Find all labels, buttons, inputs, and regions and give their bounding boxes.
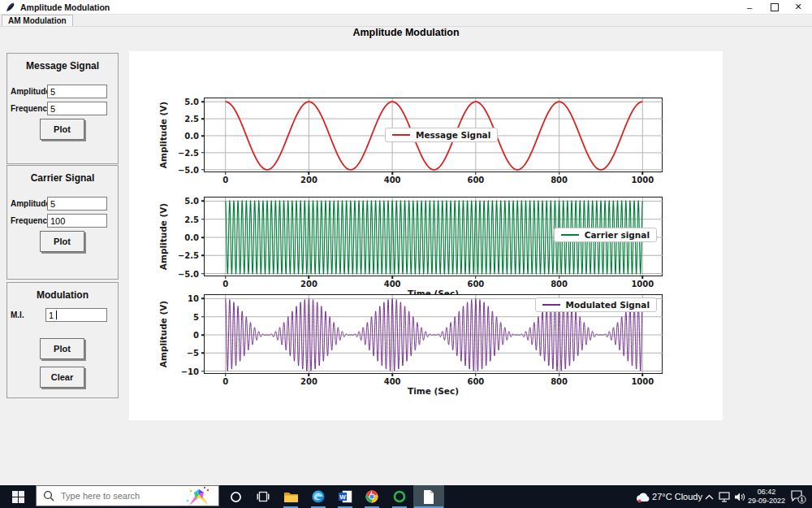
message-plot-button[interactable]: Plot (40, 119, 84, 140)
start-button[interactable] (0, 485, 36, 508)
x-tick-mark (391, 373, 393, 376)
x-tick-label: 200 (300, 377, 317, 386)
mi-label: M.I. (11, 310, 24, 319)
y-tick-label: −5.0 (178, 269, 199, 278)
plot-carrier: 5.02.50.0−2.5−5.002004006008001000Amplit… (204, 197, 663, 276)
legend-carrier: Carrier signal (554, 228, 657, 242)
panel-title: Message Signal (7, 60, 118, 72)
x-tick-mark (475, 172, 477, 175)
restore-icon (771, 3, 779, 11)
title-bar: Amplitude Modulation (0, 0, 812, 15)
app-feather-icon (6, 2, 15, 12)
word-icon: W (339, 490, 352, 503)
carrier-plot-button[interactable]: Plot (40, 231, 84, 252)
message-amplitude-input[interactable] (47, 85, 107, 98)
y-tick-mark (201, 273, 205, 275)
word-button[interactable]: W (334, 485, 356, 508)
y-tick-label: 5.0 (184, 197, 199, 206)
modulation-clear-button[interactable]: Clear (40, 367, 84, 388)
legend-label: Message Signal (416, 130, 490, 140)
y-tick-label: 0 (193, 331, 199, 340)
x-tick-label: 0 (222, 176, 228, 185)
close-button[interactable]: ✕ (786, 0, 810, 14)
chrome-button[interactable] (361, 485, 383, 508)
legend-label: Carrier signal (585, 230, 650, 240)
carrier-frequency-input[interactable] (47, 214, 107, 228)
minimize-button[interactable]: – (737, 0, 762, 14)
y-tick-label: 0.0 (184, 233, 199, 242)
x-tick-label: 400 (384, 377, 401, 386)
ethernet-icon (719, 492, 730, 502)
cortana-button[interactable] (224, 485, 247, 508)
python-app-doc-icon (423, 490, 434, 504)
magnifier-icon (43, 490, 54, 501)
y-tick-label: 5.0 (184, 98, 199, 106)
y-tick-label: −2.5 (178, 251, 199, 260)
x-tick-label: 1000 (631, 377, 654, 386)
edge-button[interactable] (307, 485, 330, 508)
action-center-button[interactable]: 1 (786, 485, 810, 508)
legend-modulated: Modulated Signal (535, 297, 658, 312)
file-explorer-icon (284, 491, 298, 502)
green-ring-app-button[interactable] (388, 485, 411, 508)
x-tick-mark (642, 172, 644, 175)
tab-bar: AM Modulation (0, 15, 812, 27)
y-tick-mark (201, 298, 205, 300)
amplitude-label: Amplitude (11, 199, 50, 208)
x-tick-label: 800 (551, 377, 568, 386)
legend-message: Message Signal (385, 128, 498, 142)
panel-title: Carrier Signal (7, 172, 118, 184)
cloud-weather-icon (635, 491, 651, 503)
x-tick-label: 200 (300, 176, 317, 185)
carrier-amplitude-input[interactable] (47, 197, 107, 211)
weather-text[interactable]: 27°C Cloudy (654, 485, 701, 508)
python-app-button[interactable] (413, 485, 444, 508)
tab-am-modulation[interactable]: AM Modulation (2, 15, 73, 26)
y-axis-label: Amplitude (V) (158, 301, 168, 367)
y-tick-label: −5 (187, 349, 199, 358)
task-view-button[interactable] (252, 485, 274, 508)
network-button[interactable] (716, 485, 732, 508)
legend-label: Modulated Signal (566, 300, 650, 310)
weather-temp: 27°C (652, 492, 672, 501)
y-tick-mark (201, 135, 205, 137)
y-tick-mark (201, 169, 205, 171)
message-signal-panel: Message Signal Amplitude Frequency Plot (6, 53, 119, 164)
screen: { "window": { "title": "Amplitude Modula… (0, 0, 812, 508)
x-tick-mark (559, 172, 560, 175)
modulation-plot-button[interactable]: Plot (40, 338, 84, 359)
x-tick-label: 200 (300, 280, 317, 289)
x-tick-label: 1000 (631, 280, 654, 289)
x-tick-label: 1000 (631, 176, 654, 185)
file-explorer-button[interactable] (279, 485, 302, 508)
message-frequency-input[interactable] (47, 102, 107, 115)
weather-button[interactable] (633, 485, 653, 508)
figure-canvas: 5.02.50.0−2.5−5.002004006008001000Amplit… (129, 51, 723, 420)
search-input[interactable] (59, 490, 181, 501)
y-tick-mark (201, 101, 205, 102)
x-tick-label: 0 (222, 280, 228, 289)
task-view-icon (257, 491, 270, 502)
x-tick-mark (309, 373, 310, 376)
volume-button[interactable] (732, 485, 748, 508)
windows-logo-icon (12, 491, 24, 503)
weather-condition: Cloudy (675, 492, 702, 501)
clock-time: 06:42 (758, 488, 776, 497)
taskbar-search[interactable] (36, 485, 219, 506)
x-tick-mark (391, 172, 393, 175)
x-tick-mark (225, 373, 227, 376)
restore-button[interactable] (762, 0, 787, 14)
tray-expand-button[interactable] (702, 485, 716, 508)
green-ring-app-icon (393, 490, 406, 503)
y-tick-label: 0.0 (184, 132, 199, 141)
x-tick-label: 600 (467, 377, 484, 386)
y-tick-mark (201, 353, 205, 354)
clock[interactable]: 06:42 29-09-2022 (747, 485, 786, 508)
x-tick-label: 0 (222, 377, 228, 386)
frequency-label: Frequency (11, 104, 52, 113)
x-tick-label: 600 (467, 176, 484, 185)
svg-text:W: W (339, 493, 346, 501)
mi-input[interactable] (45, 308, 107, 322)
x-tick-label: 600 (467, 280, 484, 289)
panel-title: Modulation (7, 289, 118, 301)
